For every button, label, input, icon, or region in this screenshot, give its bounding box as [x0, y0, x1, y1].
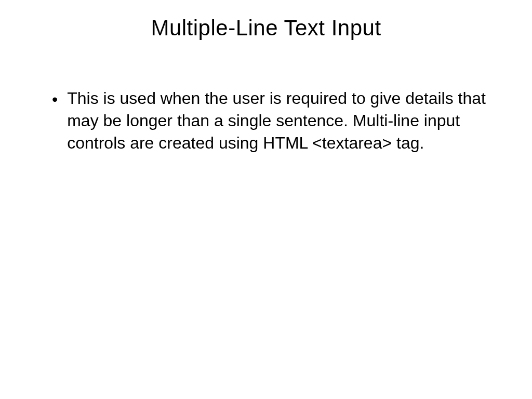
bullet-item: • This is used when the user is required… — [52, 87, 501, 155]
bullet-marker-icon: • — [52, 88, 58, 111]
bullet-text: This is used when the user is required t… — [67, 87, 501, 155]
slide-title: Multiple-Line Text Input — [31, 16, 501, 41]
slide-container: Multiple-Line Text Input • This is used … — [0, 0, 532, 399]
slide-content: • This is used when the user is required… — [31, 87, 501, 155]
